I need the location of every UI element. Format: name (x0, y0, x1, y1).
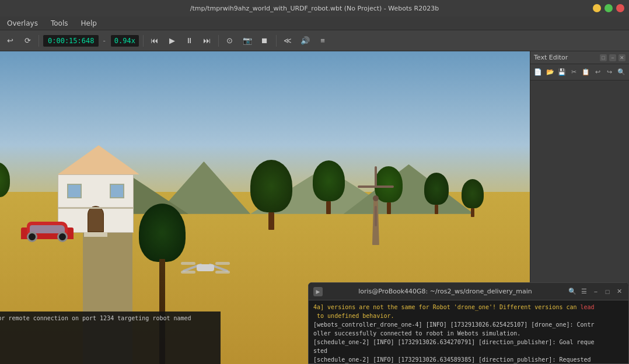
log-line-1: ller: Waiting for local or remote connec… (0, 314, 216, 331)
prop-tl (181, 262, 195, 265)
lead-word: lead (581, 304, 595, 310)
toolbar-separator-1 (39, 35, 39, 47)
te-copy-btn[interactable]: 📋 (581, 66, 591, 78)
te-search-btn[interactable]: 🔍 (616, 66, 627, 78)
terminal-line-4: [schedule_one-2] [INFO] [1732913026.6342… (313, 338, 624, 346)
share-button[interactable]: ≪ (280, 33, 295, 48)
terminal-body: 4a] versions are not the same for Robot … (309, 300, 628, 363)
toolbar-separator-4 (276, 35, 277, 47)
car (21, 219, 74, 239)
window-title: /tmp/tmprwih9ahz_world_with_URDF_robot.w… (190, 5, 439, 12)
screenshot-button[interactable]: 📷 (240, 33, 255, 48)
menu-tools[interactable]: Tools (47, 18, 72, 29)
separator-dash: - (103, 37, 105, 45)
maximize-button[interactable] (604, 4, 613, 12)
menu-help[interactable]: Help (77, 18, 100, 29)
log-line-2: ller: connected. (0, 331, 216, 340)
te-min-btn[interactable]: − (609, 54, 616, 61)
terminal-close-btn[interactable]: ✕ (614, 287, 624, 296)
te-redo-btn[interactable]: ↪ (604, 66, 614, 78)
tree-front-2 (250, 160, 292, 230)
text-editor-controls: □ − ✕ (600, 54, 625, 61)
text-editor-title: Text Editor (534, 54, 568, 61)
tree-back-6 (462, 179, 484, 217)
drone (182, 259, 229, 276)
prop-tr (215, 262, 230, 265)
te-new-file-btn[interactable]: 📄 (533, 66, 543, 78)
title-bar-controls (593, 4, 624, 12)
tree-back-5 (424, 173, 449, 214)
terminal-max-btn[interactable]: □ (603, 287, 612, 296)
tree-back-2 (0, 162, 10, 208)
speed-display: 0.94x (110, 34, 139, 47)
record-button[interactable]: ⊙ (222, 33, 237, 48)
menu-extra-button[interactable]: ≡ (315, 33, 330, 48)
menu-overlays[interactable]: Overlays (4, 18, 41, 29)
text-editor-header: Text Editor □ − ✕ (530, 51, 629, 64)
step-forward-button[interactable]: ⏭ (200, 33, 215, 48)
terminal-search-btn[interactable]: 🔍 (568, 287, 577, 296)
minimize-button[interactable] (593, 4, 601, 12)
play-button[interactable]: ▶ (165, 33, 180, 48)
close-button[interactable] (616, 4, 624, 12)
text-editor-toolbar: 📄 📂 💾 ✂ 📋 ↩ ↪ 🔍 (530, 64, 629, 80)
terminal-line-6: [schedule_one-2] [INFO] [1732913026.6345… (313, 355, 624, 363)
te-save-btn[interactable]: 💾 (557, 66, 567, 78)
terminal-line-2: [webots_controller_drone_one-4] [INFO] [… (313, 320, 624, 329)
terminal-line-1: to undefined behavior. (313, 312, 624, 320)
tree-back-3 (313, 160, 345, 214)
title-bar: /tmp/tmprwih9ahz_world_with_URDF_robot.w… (0, 0, 629, 16)
time-display: 0:00:15:648 (43, 34, 99, 47)
terminal-menu-btn[interactable]: ☰ (579, 287, 589, 296)
sound-button[interactable]: 🔊 (298, 33, 313, 48)
pause-button[interactable]: ⏸ (182, 33, 197, 48)
terminal-line-5: sted (313, 346, 624, 355)
stop-button[interactable]: ⏹ (257, 33, 272, 48)
terminal-header: ▶ loris@ProBook440G8: ~/ros2_ws/drone_de… (309, 283, 628, 300)
step-back-button[interactable]: ⏮ (147, 33, 162, 48)
drone-body (197, 264, 214, 271)
terminal-icon: ▶ (313, 287, 323, 296)
prop-br (215, 271, 230, 274)
toolbar: ↩ ⟳ 0:00:15:648 - 0.94x ⏮ ▶ ⏸ ⏭ ⊙ 📷 ⏹ ≪ … (0, 30, 629, 51)
terminal-title: loris@ProBook440G8: ~/ros2_ws/drone_deli… (326, 288, 564, 295)
te-open-btn[interactable]: 📂 (544, 66, 555, 78)
reload-button[interactable]: ⟳ (20, 33, 35, 48)
te-cut-btn[interactable]: ✂ (568, 66, 579, 78)
toolbar-separator-2 (143, 35, 144, 47)
terminal-window[interactable]: ▶ loris@ProBook440G8: ~/ros2_ws/drone_de… (308, 282, 629, 364)
te-undo-btn[interactable]: ↩ (592, 66, 603, 78)
te-new-btn[interactable]: □ (600, 54, 607, 61)
menu-bar: Overlays Tools Help (0, 16, 629, 30)
terminal-line-3: oller successfully connected to robot in… (313, 329, 624, 338)
reset-button[interactable]: ↩ (2, 33, 18, 48)
terminal-line-0: 4a] versions are not the same for Robot … (313, 303, 624, 312)
log-panel: ller: Waiting for local or remote connec… (0, 312, 221, 364)
prop-bl (181, 271, 195, 274)
te-close-btn[interactable]: ✕ (618, 54, 625, 61)
toolbar-separator-3 (218, 35, 219, 47)
terminal-header-controls: 🔍 ☰ − □ ✕ (568, 287, 624, 296)
windmill (358, 198, 393, 245)
terminal-min-btn[interactable]: − (591, 287, 600, 296)
